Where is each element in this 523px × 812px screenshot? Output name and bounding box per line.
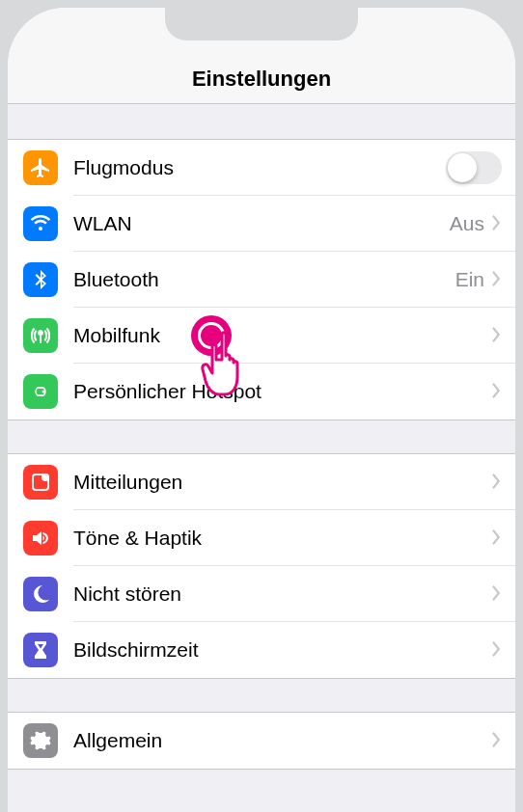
gear-icon <box>23 723 58 758</box>
settings-group: MitteilungenTöne & HaptikNicht störenBil… <box>8 453 515 679</box>
settings-row-cellular[interactable]: Mobilfunk <box>8 308 515 364</box>
row-label: Flugmodus <box>73 156 446 179</box>
row-label: Mitteilungen <box>73 471 492 494</box>
chevron-right-icon <box>492 269 502 290</box>
row-label: Bildschirmzeit <box>73 638 492 662</box>
row-label: Allgemein <box>73 729 492 752</box>
row-label: WLAN <box>73 212 450 235</box>
row-value: Ein <box>455 268 484 291</box>
row-label: Töne & Haptik <box>73 527 492 550</box>
airplane-icon <box>23 150 58 185</box>
device-frame: Einstellungen FlugmodusWLANAusBluetoothE… <box>8 8 515 812</box>
row-label: Persönlicher Hotspot <box>73 380 492 403</box>
row-label: Bluetooth <box>73 268 455 291</box>
row-label: Nicht stören <box>73 582 492 606</box>
device-notch <box>165 8 358 41</box>
section-spacer <box>8 420 515 453</box>
wifi-icon <box>23 206 58 241</box>
sounds-icon <box>23 521 58 555</box>
section-spacer <box>8 679 515 712</box>
chevron-right-icon <box>492 213 502 234</box>
notifications-icon <box>23 465 58 500</box>
chevron-right-icon <box>492 325 502 346</box>
bluetooth-icon <box>23 262 58 297</box>
row-value: Aus <box>450 212 484 235</box>
settings-group: FlugmodusWLANAusBluetoothEinMobilfunkPer… <box>8 139 515 420</box>
chevron-right-icon <box>492 381 502 402</box>
settings-row-airplane[interactable]: Flugmodus <box>8 140 515 196</box>
chevron-right-icon <box>492 472 502 493</box>
settings-row-bluetooth[interactable]: BluetoothEin <box>8 252 515 308</box>
row-label: Mobilfunk <box>73 324 492 347</box>
chevron-right-icon <box>492 730 502 751</box>
settings-row-wifi[interactable]: WLANAus <box>8 196 515 252</box>
settings-group: Allgemein <box>8 712 515 770</box>
chevron-right-icon <box>492 528 502 549</box>
hourglass-icon <box>23 633 58 667</box>
chevron-right-icon <box>492 583 502 605</box>
chevron-right-icon <box>492 639 502 661</box>
hotspot-icon <box>23 374 58 409</box>
settings-row-hotspot[interactable]: Persönlicher Hotspot <box>8 364 515 420</box>
settings-row-screentime[interactable]: Bildschirmzeit <box>8 622 515 678</box>
settings-screen: Einstellungen FlugmodusWLANAusBluetoothE… <box>8 8 515 812</box>
cellular-icon <box>23 318 58 353</box>
settings-row-sounds[interactable]: Töne & Haptik <box>8 510 515 566</box>
settings-row-dnd[interactable]: Nicht stören <box>8 566 515 622</box>
settings-row-notifications[interactable]: Mitteilungen <box>8 454 515 510</box>
settings-row-general[interactable]: Allgemein <box>8 713 515 769</box>
section-spacer <box>8 104 515 139</box>
moon-icon <box>23 577 58 611</box>
toggle-airplane[interactable] <box>446 151 502 184</box>
page-title: Einstellungen <box>192 67 331 92</box>
